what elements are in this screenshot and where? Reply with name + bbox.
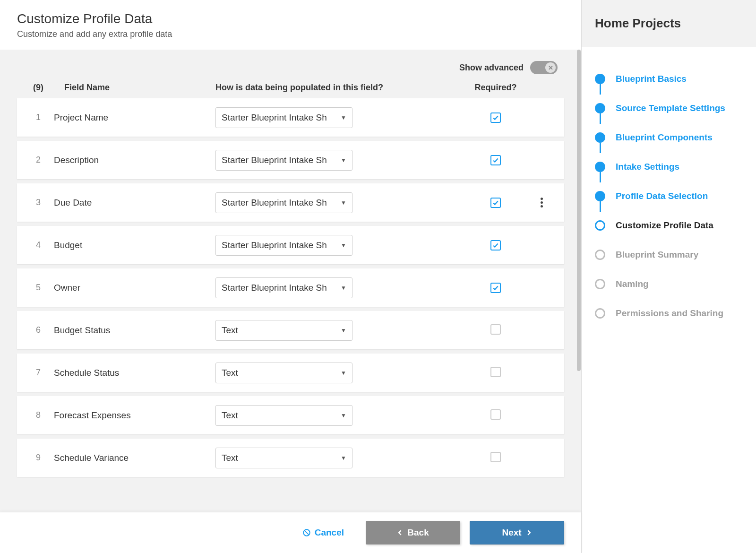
row-number: 6: [17, 325, 50, 335]
population-cell: Starter Blueprint Intake Sh▼: [215, 192, 455, 213]
population-cell: Starter Blueprint Intake Sh▼: [215, 235, 455, 256]
population-select[interactable]: Text▼: [215, 320, 352, 341]
step-label: Source Template Settings: [616, 103, 725, 113]
step-bullet-icon: [595, 132, 605, 143]
step-bullet-icon: [595, 220, 605, 231]
select-value: Starter Blueprint Intake Sh: [222, 283, 327, 293]
required-checkbox[interactable]: [490, 240, 501, 251]
column-field-name: Field Name: [50, 83, 215, 93]
table-row: 1Project NameStarter Blueprint Intake Sh…: [17, 98, 564, 137]
population-select[interactable]: Starter Blueprint Intake Sh▼: [215, 150, 352, 171]
row-number: 2: [17, 155, 50, 165]
check-icon: [492, 157, 499, 164]
required-checkbox[interactable]: [490, 409, 501, 420]
step-item[interactable]: Intake Settings: [595, 152, 743, 181]
page-subtitle: Customize and add any extra profile data: [17, 29, 564, 39]
chevron-down-icon: ▼: [341, 327, 346, 334]
step-item[interactable]: Blueprint Components: [595, 123, 743, 152]
show-advanced-label: Show advanced: [459, 63, 524, 73]
row-number: 4: [17, 240, 50, 250]
step-bullet-icon: [595, 162, 605, 172]
step-label: Blueprint Summary: [616, 250, 698, 260]
close-icon: ✕: [545, 62, 556, 73]
select-value: Text: [222, 368, 238, 378]
required-checkbox[interactable]: [490, 452, 501, 462]
column-required: Required?: [455, 83, 536, 93]
cancel-label: Cancel: [315, 527, 344, 538]
required-cell: [455, 324, 536, 337]
population-cell: Text▼: [215, 320, 455, 341]
footer: Cancel Back Next: [0, 512, 581, 553]
step-item: Blueprint Summary: [595, 240, 743, 269]
scrollbar-thumb[interactable]: [577, 50, 581, 371]
step-label: Blueprint Components: [616, 132, 713, 143]
required-checkbox[interactable]: [490, 198, 501, 208]
step-item[interactable]: Blueprint Basics: [595, 64, 743, 94]
required-cell: [455, 155, 536, 165]
table-row: 5OwnerStarter Blueprint Intake Sh▼: [17, 268, 564, 307]
population-select[interactable]: Text▼: [215, 363, 352, 383]
check-icon: [492, 285, 499, 291]
table-row: 9Schedule VarianceText▼: [17, 439, 564, 477]
row-number: 7: [17, 368, 50, 378]
field-name: Description: [50, 155, 215, 165]
step-item[interactable]: Profile Data Selection: [595, 181, 743, 211]
step-item: Permissions and Sharing: [595, 299, 743, 328]
chevron-down-icon: ▼: [341, 412, 346, 419]
required-checkbox[interactable]: [490, 367, 501, 377]
population-select[interactable]: Text▼: [215, 405, 352, 426]
select-value: Starter Blueprint Intake Sh: [222, 112, 327, 123]
chevron-down-icon: ▼: [341, 114, 346, 121]
population-cell: Text▼: [215, 448, 455, 468]
column-count: (9): [17, 83, 50, 93]
check-icon: [492, 199, 499, 206]
required-checkbox[interactable]: [490, 155, 501, 165]
select-value: Text: [222, 410, 238, 421]
kebab-menu-icon[interactable]: [536, 197, 547, 208]
population-select[interactable]: Starter Blueprint Intake Sh▼: [215, 277, 352, 298]
back-label: Back: [407, 527, 429, 538]
check-icon: [492, 114, 499, 121]
step-item[interactable]: Customize Profile Data: [595, 211, 743, 240]
select-value: Text: [222, 325, 238, 336]
next-button[interactable]: Next: [470, 521, 564, 544]
required-cell: [455, 452, 536, 464]
population-select[interactable]: Starter Blueprint Intake Sh▼: [215, 192, 352, 213]
step-label: Intake Settings: [616, 162, 679, 172]
step-bullet-icon: [595, 191, 605, 201]
page-title: Customize Profile Data: [17, 11, 564, 26]
select-value: Starter Blueprint Intake Sh: [222, 198, 327, 208]
population-select[interactable]: Starter Blueprint Intake Sh▼: [215, 107, 352, 128]
sidebar-header: Home Projects: [582, 0, 756, 47]
step-item[interactable]: Source Template Settings: [595, 94, 743, 123]
population-select[interactable]: Starter Blueprint Intake Sh▼: [215, 235, 352, 256]
next-label: Next: [502, 527, 521, 538]
select-value: Starter Blueprint Intake Sh: [222, 240, 327, 251]
table-row: 7Schedule StatusText▼: [17, 354, 564, 392]
required-checkbox[interactable]: [490, 112, 501, 123]
rows-container: 1Project NameStarter Blueprint Intake Sh…: [17, 98, 564, 477]
step-bullet-icon: [595, 103, 605, 113]
cancel-icon: [302, 528, 311, 537]
show-advanced-toggle[interactable]: ✕: [530, 61, 558, 74]
population-select[interactable]: Text▼: [215, 448, 352, 468]
required-cell: [455, 367, 536, 379]
back-button[interactable]: Back: [366, 521, 460, 544]
field-name: Forecast Expenses: [50, 410, 215, 421]
actions-cell: [536, 197, 564, 208]
required-cell: [455, 240, 536, 251]
required-checkbox[interactable]: [490, 283, 501, 293]
cancel-button[interactable]: Cancel: [290, 521, 356, 544]
sidebar: Home Projects Blueprint BasicsSource Tem…: [581, 0, 756, 553]
field-name: Schedule Variance: [50, 453, 215, 463]
field-name: Owner: [50, 283, 215, 293]
chevron-down-icon: ▼: [341, 285, 346, 291]
content-area: Show advanced ✕ (9) Field Name How is da…: [0, 50, 581, 553]
required-checkbox[interactable]: [490, 324, 501, 335]
required-cell: [455, 409, 536, 422]
step-label: Customize Profile Data: [616, 220, 713, 231]
step-item: Naming: [595, 269, 743, 299]
select-value: Text: [222, 453, 238, 463]
scrollbar-track[interactable]: [577, 50, 581, 503]
field-name: Budget Status: [50, 325, 215, 336]
